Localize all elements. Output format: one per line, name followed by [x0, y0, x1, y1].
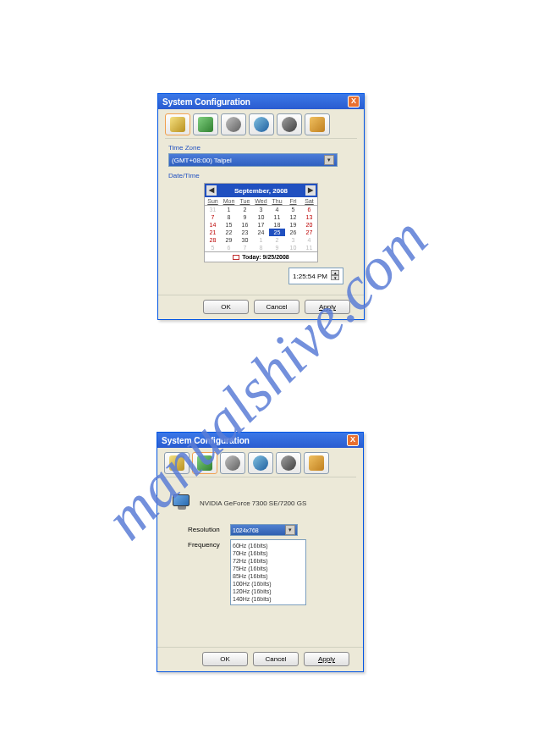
- tab-3[interactable]: [221, 113, 246, 135]
- calendar-day[interactable]: 1: [253, 236, 269, 244]
- tab-3[interactable]: [220, 452, 245, 474]
- calendar-day[interactable]: 31: [205, 206, 221, 213]
- apply-button[interactable]: Apply: [304, 652, 349, 666]
- frequency-option[interactable]: 70Hz (16bits): [233, 549, 304, 557]
- display-icon: [197, 455, 212, 471]
- calendar-day[interactable]: 12: [285, 213, 301, 221]
- tab-4[interactable]: [249, 113, 274, 135]
- tab-1[interactable]: [164, 452, 190, 474]
- calendar-dayheader: Wed: [253, 197, 269, 206]
- calendar-day[interactable]: 25: [269, 229, 285, 236]
- calendar-day[interactable]: 7: [237, 244, 253, 251]
- titlebar[interactable]: System Configuration X: [158, 94, 364, 109]
- calendar-day[interactable]: 5: [285, 206, 301, 213]
- frequency-option[interactable]: 100Hz (16bits): [233, 580, 304, 588]
- calendar[interactable]: ◀ September, 2008 ▶ SunMonTueWedThuFriSa…: [204, 183, 318, 262]
- prev-month-button[interactable]: ◀: [206, 185, 217, 196]
- resolution-row: Resolution 1024x768 ▾: [166, 524, 354, 536]
- audio-icon: [281, 455, 296, 471]
- calendar-day[interactable]: 6: [301, 206, 317, 213]
- calendar-day[interactable]: 28: [205, 236, 221, 244]
- audio-icon: [282, 117, 297, 132]
- tab-strip: [158, 109, 364, 138]
- timezone-label: Time Zone: [168, 144, 354, 152]
- timezone-dropdown[interactable]: (GMT+08:00) Taipei ▾: [168, 153, 338, 167]
- calendar-day[interactable]: 29: [221, 236, 237, 244]
- cancel-button[interactable]: Cancel: [254, 300, 299, 314]
- frequency-row: Frequency 60Hz (16bits)70Hz (16bits)72Hz…: [166, 539, 354, 605]
- calendar-day[interactable]: 5: [205, 244, 221, 251]
- tab-4[interactable]: [248, 452, 273, 474]
- calendar-day[interactable]: 26: [285, 229, 301, 236]
- calendar-day[interactable]: 2: [269, 236, 285, 244]
- frequency-option[interactable]: 75Hz (16bits): [233, 565, 304, 572]
- calendar-day[interactable]: 3: [285, 236, 301, 244]
- calendar-day[interactable]: 6: [221, 244, 237, 251]
- calendar-day[interactable]: 16: [237, 221, 253, 229]
- close-icon[interactable]: X: [348, 96, 360, 108]
- calendar-grid[interactable]: SunMonTueWedThuFriSat3112345678910111213…: [205, 197, 317, 251]
- tab-1[interactable]: [165, 113, 190, 135]
- ok-button[interactable]: OK: [202, 652, 248, 666]
- frequency-option[interactable]: 72Hz (16bits): [233, 557, 304, 565]
- button-row: OK Cancel Apply: [158, 295, 364, 314]
- calendar-day[interactable]: 22: [221, 229, 237, 236]
- frequency-option[interactable]: 60Hz (16bits): [233, 542, 304, 549]
- title-text: System Configuration: [162, 97, 250, 107]
- disk-icon: [226, 117, 241, 132]
- calendar-day[interactable]: 9: [269, 244, 285, 251]
- calendar-day[interactable]: 20: [301, 221, 317, 229]
- next-month-button[interactable]: ▶: [305, 185, 316, 196]
- calendar-day[interactable]: 23: [237, 229, 253, 236]
- calendar-day[interactable]: 11: [301, 244, 317, 251]
- frequency-listbox[interactable]: 60Hz (16bits)70Hz (16bits)72Hz (16bits)7…: [230, 539, 306, 605]
- package-icon: [309, 455, 324, 471]
- calendar-day[interactable]: 27: [301, 229, 317, 236]
- calendar-day[interactable]: 24: [253, 229, 269, 236]
- calendar-day[interactable]: 15: [221, 221, 237, 229]
- calendar-day[interactable]: 19: [285, 221, 301, 229]
- tab-5[interactable]: [277, 113, 302, 135]
- tab-2[interactable]: [192, 452, 217, 474]
- calendar-day[interactable]: 13: [301, 213, 317, 221]
- calendar-day[interactable]: 14: [205, 221, 221, 229]
- tab-6[interactable]: [304, 452, 329, 474]
- calendar-day[interactable]: 9: [237, 213, 253, 221]
- tab-5[interactable]: [276, 452, 301, 474]
- calendar-day[interactable]: 1: [221, 206, 237, 213]
- calendar-day[interactable]: 10: [285, 244, 301, 251]
- calendar-day[interactable]: 21: [205, 229, 221, 236]
- close-icon[interactable]: X: [347, 434, 359, 446]
- resolution-dropdown[interactable]: 1024x768 ▾: [230, 524, 298, 536]
- clock-icon: [169, 455, 184, 471]
- frequency-option[interactable]: 140Hz (16bits): [233, 595, 304, 603]
- cancel-button[interactable]: Cancel: [253, 652, 299, 666]
- frequency-label: Frequency: [188, 539, 230, 549]
- apply-button[interactable]: Apply: [305, 300, 350, 314]
- calendar-day[interactable]: 7: [205, 213, 221, 221]
- calendar-day[interactable]: 11: [269, 213, 285, 221]
- calendar-day[interactable]: 3: [253, 206, 269, 213]
- calendar-dayheader: Sat: [301, 197, 317, 206]
- calendar-day[interactable]: 18: [269, 221, 285, 229]
- ok-button[interactable]: OK: [203, 300, 249, 314]
- calendar-day[interactable]: 8: [221, 213, 237, 221]
- calendar-day[interactable]: 10: [253, 213, 269, 221]
- chevron-down-icon: ▾: [324, 155, 334, 165]
- calendar-day[interactable]: 4: [269, 206, 285, 213]
- spinner-icon[interactable]: ▴▾: [331, 270, 339, 282]
- calendar-footer[interactable]: Today: 9/25/2008: [205, 251, 317, 262]
- tab-6[interactable]: [305, 113, 330, 135]
- frequency-option[interactable]: 85Hz (16bits): [233, 572, 304, 580]
- calendar-day[interactable]: 30: [237, 236, 253, 244]
- time-spinner[interactable]: 1:25:54 PM ▴▾: [288, 268, 343, 284]
- calendar-day[interactable]: 8: [253, 244, 269, 251]
- frequency-option[interactable]: 120Hz (16bits): [233, 588, 304, 595]
- calendar-day[interactable]: 4: [301, 236, 317, 244]
- calendar-day[interactable]: 17: [253, 221, 269, 229]
- calendar-day[interactable]: 2: [237, 206, 253, 213]
- calendar-dayheader: Tue: [237, 197, 253, 206]
- titlebar[interactable]: System Configuration X: [157, 433, 363, 448]
- tab-2[interactable]: [193, 113, 218, 135]
- timezone-group: Time Zone (GMT+08:00) Taipei ▾: [158, 139, 364, 172]
